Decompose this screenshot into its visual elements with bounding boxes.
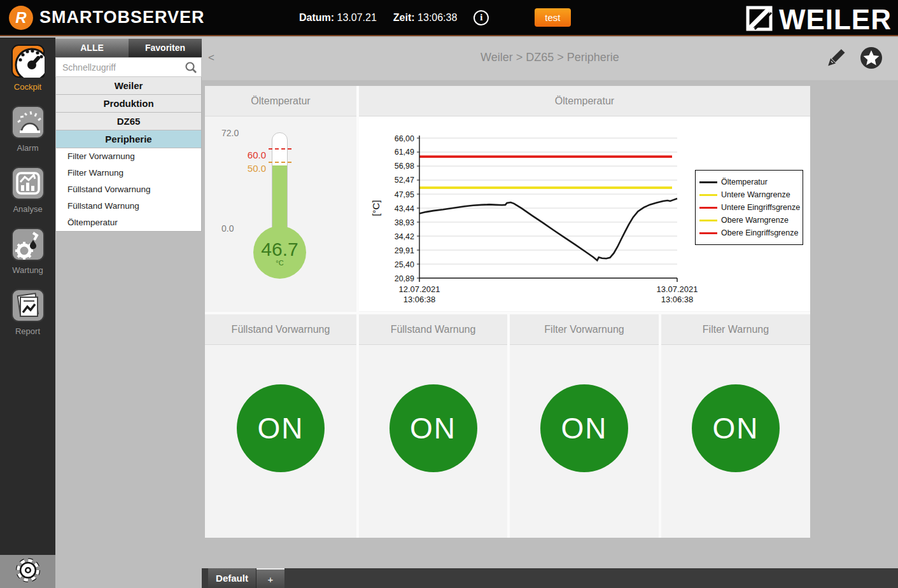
gauge-unit: °C <box>276 259 283 267</box>
svg-text:29,91: 29,91 <box>395 246 414 255</box>
legend-label: Öltemperatur <box>721 178 768 186</box>
sidebar-item-label: Wartung <box>12 265 43 275</box>
quick-search <box>55 57 202 77</box>
svg-text:25,40: 25,40 <box>395 260 414 269</box>
tab-default[interactable]: Default <box>208 568 256 588</box>
svg-text:13:06:38: 13:06:38 <box>661 295 694 304</box>
line-chart: 66,0061,4956,9852,4747,9543,4438,9334,42… <box>359 116 810 311</box>
gear-icon <box>14 556 42 587</box>
status-indicator: ON <box>237 384 325 472</box>
tab-alle[interactable]: ALLE <box>55 39 129 57</box>
time-display: Zeit: 13:06:38 <box>393 12 458 24</box>
svg-text:12.07.2021: 12.07.2021 <box>398 284 440 294</box>
status-indicator: ON <box>540 384 628 472</box>
dashboard-tab-bar: Default + <box>202 568 898 588</box>
svg-text:38,93: 38,93 <box>395 218 414 227</box>
legend-entry: Obere Eingriffsgrenze <box>699 227 799 239</box>
tree-node-peripherie[interactable]: Peripherie <box>56 130 201 148</box>
tree-leaf-oeltemperatur[interactable]: Öltemperatur <box>56 214 201 231</box>
smartobserver-logo-icon: R <box>9 6 33 30</box>
test-button[interactable]: test <box>535 8 570 27</box>
gauge-threshold-label: 60.0 <box>228 150 266 160</box>
status-panel-fuellstand-warnung: Füllstand Warnung ON <box>359 314 507 538</box>
thermometer-tube <box>272 132 288 228</box>
status-panel-title: Filter Vorwarnung <box>510 314 659 345</box>
status-panel-filter-vorwarnung: Filter Vorwarnung ON <box>510 314 659 538</box>
alarm-lamp-icon <box>11 106 45 141</box>
status-panel-title: Füllstand Vorwarnung <box>205 314 356 345</box>
legend-swatch <box>699 181 717 183</box>
legend-entry: Untere Eingriffsgrenze <box>699 201 799 214</box>
sidebar-item-report[interactable]: Report <box>11 289 45 336</box>
gauge-threshold-mark <box>269 148 291 150</box>
time-label: Zeit: <box>393 12 415 23</box>
tree-node-produktion[interactable]: Produktion <box>56 95 201 113</box>
top-center: Datum: 13.07.21 Zeit: 13:06:38 i test <box>299 8 571 27</box>
tree-node-weiler[interactable]: Weiler <box>56 77 201 95</box>
svg-text:66,00: 66,00 <box>395 134 414 143</box>
date-display: Datum: 13.07.21 <box>299 12 377 24</box>
sidebar-item-alarm[interactable]: Alarm <box>11 106 45 153</box>
add-tab-button[interactable]: + <box>256 568 284 588</box>
tree-leaf-filter-vorwarnung[interactable]: Filter Vorwarnung <box>56 148 201 165</box>
tab-favoriten[interactable]: Favoriten <box>129 39 202 57</box>
settings-button[interactable] <box>0 555 55 588</box>
cockpit-gauge-icon <box>11 45 45 80</box>
report-document-icon <box>11 289 45 325</box>
legend-swatch <box>699 232 717 234</box>
status-panel-title: Filter Warnung <box>661 314 810 345</box>
date-label: Datum: <box>299 12 334 23</box>
legend-entry: Öltemperatur <box>699 176 799 188</box>
chart-title: Öltemperatur <box>359 86 810 116</box>
thermometer: 72.0 0.0 60.050.0 46.7 °C <box>205 116 356 311</box>
nav-tree: Weiler Produktion DZ65 Peripherie Filter… <box>55 77 202 232</box>
status-panel-fuellstand-vorwarnung: Füllstand Vorwarnung ON <box>205 314 356 538</box>
sidebar-item-label: Alarm <box>17 143 39 153</box>
brand-name: WEILER <box>779 4 892 36</box>
edit-pencil-icon[interactable] <box>824 46 847 72</box>
svg-text:52,47: 52,47 <box>395 176 414 185</box>
thermometer-bulb: 46.7 °C <box>253 226 306 279</box>
brand-logo: WEILER <box>745 4 892 36</box>
sidebar-item-label: Analyse <box>13 204 42 214</box>
info-icon[interactable]: i <box>474 10 489 25</box>
legend-label: Obere Warngrenze <box>721 216 789 225</box>
legend-label: Untere Warngrenze <box>721 190 790 199</box>
sidebar: Cockpit Alarm <box>0 38 55 555</box>
search-input[interactable] <box>56 58 201 76</box>
favorite-star-icon[interactable] <box>859 45 884 73</box>
legend-label: Obere Eingriffsgrenze <box>721 228 798 237</box>
legend-label: Untere Eingriffsgrenze <box>721 203 800 212</box>
chart-legend: ÖltemperaturUntere WarngrenzeUntere Eing… <box>695 170 803 245</box>
breadcrumb-bar: < Weiler > DZ65 > Peripherie <box>202 38 898 80</box>
gauge-threshold-mark <box>269 162 291 163</box>
nav-panel: ALLE Favoriten Weiler Produktion DZ65 Pe… <box>55 39 202 232</box>
thermometer-fill <box>272 165 287 227</box>
sidebar-item-label: Cockpit <box>14 82 41 92</box>
tree-node-dz65[interactable]: DZ65 <box>56 113 201 130</box>
gauge-max-label: 72.0 <box>221 128 239 138</box>
sidebar-item-cockpit[interactable]: Cockpit <box>11 45 45 92</box>
oil-temperature-gauge-panel: Öltemperatur 72.0 0.0 60.050.0 46.7 °C <box>205 86 356 312</box>
legend-swatch <box>699 207 717 209</box>
legend-swatch <box>699 194 717 196</box>
app-logo: R SMARTOBSERVER <box>0 6 299 30</box>
tree-leaf-fuellstand-warnung[interactable]: Füllstand Warnung <box>56 198 201 214</box>
tree-leaf-fuellstand-vorwarnung[interactable]: Füllstand Vorwarnung <box>56 181 201 198</box>
breadcrumb: Weiler > DZ65 > Peripherie <box>202 51 898 64</box>
legend-entry: Untere Warngrenze <box>699 188 799 201</box>
time-value: 13:06:38 <box>417 12 457 23</box>
svg-text:47,95: 47,95 <box>395 190 414 199</box>
status-indicator: ON <box>692 384 780 472</box>
svg-text:[°C]: [°C] <box>370 200 381 216</box>
search-icon[interactable] <box>185 61 197 76</box>
sidebar-item-wartung[interactable]: Wartung <box>11 228 45 275</box>
gauge-threshold-label: 50.0 <box>228 163 266 174</box>
sidebar-item-analyse[interactable]: Analyse <box>11 167 45 214</box>
svg-text:13.07.2021: 13.07.2021 <box>656 284 698 294</box>
status-panel-filter-warnung: Filter Warnung ON <box>661 314 810 538</box>
svg-text:61,49: 61,49 <box>395 148 414 157</box>
top-bar: R SMARTOBSERVER Datum: 13.07.21 Zeit: 13… <box>0 0 898 36</box>
status-indicator: ON <box>389 384 477 472</box>
tree-leaf-filter-warnung[interactable]: Filter Warnung <box>56 165 201 181</box>
